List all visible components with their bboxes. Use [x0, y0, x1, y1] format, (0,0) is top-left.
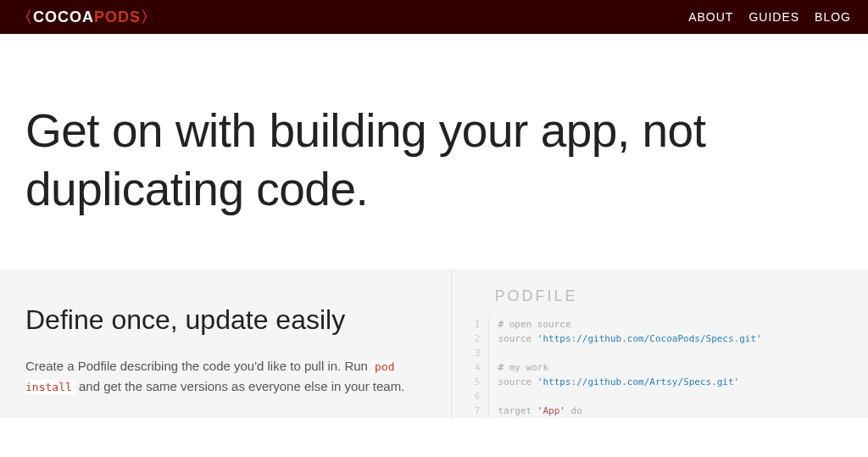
line-content: source 'https://github.com/Artsy/Specs.g…: [498, 375, 739, 389]
hero-title: Get on with building your app, not dupli…: [25, 102, 843, 219]
logo-bracket-close: 〉: [141, 7, 157, 27]
define-text-2: and get the same versions as everyone el…: [75, 379, 405, 393]
nav-guides[interactable]: GUIDES: [748, 10, 799, 24]
line-content: # open source: [498, 317, 570, 332]
podfile-code: 1# open source2source 'https://github.co…: [469, 317, 851, 418]
line-number: 5: [469, 375, 489, 389]
hero: Get on with building your app, not dupli…: [0, 34, 868, 270]
logo[interactable]: 〈COCOAPODS〉: [17, 7, 157, 27]
logo-text-cocoa: COCOA: [33, 8, 94, 26]
line-content: [498, 389, 504, 404]
code-line: 6: [469, 389, 851, 404]
define-paragraph: Create a Podfile describing the code you…: [25, 356, 426, 397]
line-content: target 'App' do: [498, 404, 581, 418]
line-number: 2: [469, 332, 489, 346]
line-number: 1: [469, 317, 489, 332]
code-line: 3: [469, 346, 851, 360]
podfile-section: PODFILE 1# open source2source 'https://g…: [451, 270, 868, 418]
lower-section: Define once, update easily Create a Podf…: [0, 270, 868, 418]
line-content: [498, 346, 504, 360]
logo-bracket-open: 〈: [17, 7, 33, 27]
define-text-1: Create a Podfile describing the code you…: [25, 359, 371, 373]
line-number: 3: [469, 346, 489, 360]
code-line: 5source 'https://github.com/Artsy/Specs.…: [469, 375, 851, 389]
nav: ABOUT GUIDES BLOG: [688, 10, 851, 24]
define-title: Define once, update easily: [25, 304, 426, 336]
nav-blog[interactable]: BLOG: [815, 10, 851, 24]
nav-about[interactable]: ABOUT: [688, 10, 733, 24]
line-number: 6: [469, 389, 489, 404]
line-number: 4: [469, 360, 489, 375]
logo-text-pods: PODS: [94, 8, 141, 26]
podfile-title: PODFILE: [494, 287, 851, 305]
line-content: source 'https://github.com/CocoaPods/Spe…: [498, 332, 761, 346]
line-content: # my work: [498, 360, 548, 375]
code-line: 2source 'https://github.com/CocoaPods/Sp…: [469, 332, 851, 346]
code-line: 1# open source: [469, 317, 851, 332]
define-section: Define once, update easily Create a Podf…: [0, 270, 451, 418]
code-line: 7target 'App' do: [469, 404, 851, 418]
code-line: 4# my work: [469, 360, 851, 375]
header: 〈COCOAPODS〉 ABOUT GUIDES BLOG: [0, 0, 868, 34]
line-number: 7: [469, 404, 489, 418]
